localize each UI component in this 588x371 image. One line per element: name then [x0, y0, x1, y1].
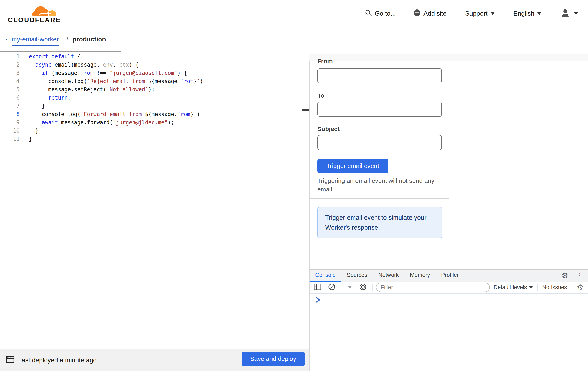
- indent-guide: [35, 110, 35, 118]
- add-site-button[interactable]: Add site: [414, 0, 447, 27]
- code-line-1[interactable]: 1export default {: [0, 52, 309, 61]
- code-line-4[interactable]: 4 console.log(`Reject email from ${messa…: [0, 77, 309, 85]
- indent-guide: [35, 93, 35, 102]
- search-icon: [365, 9, 372, 18]
- to-input[interactable]: [317, 102, 442, 117]
- go-to-search[interactable]: Go to...: [365, 0, 396, 27]
- toolbar-separator: [341, 284, 341, 291]
- line-number: 1: [0, 53, 20, 60]
- breadcrumb-divider: [0, 51, 121, 52]
- kebab-menu-icon[interactable]: ⋮: [577, 272, 583, 279]
- devtools-tab-network[interactable]: Network: [373, 270, 404, 282]
- simulate-info-text: Trigger email event to simulate your Wor…: [325, 213, 430, 233]
- trigger-helper-text: Triggering an email event will not send …: [317, 176, 447, 194]
- language-menu[interactable]: English: [513, 0, 541, 27]
- line-number: 7: [0, 103, 20, 109]
- indent-guide: [28, 69, 29, 77]
- indent-guide: [35, 118, 35, 126]
- top-navbar: CLOUDFLARE Go to... Add site Support Eng…: [0, 0, 588, 27]
- indent-guide: [28, 110, 29, 118]
- code-line-9[interactable]: 9 await message.forward("jurgen@jldec.me…: [0, 118, 309, 126]
- code-line-11[interactable]: 11}: [0, 135, 309, 143]
- worker-header: ← my-email-worker / production jldec.fun…: [0, 27, 588, 52]
- clear-console-icon[interactable]: [328, 283, 335, 291]
- live-expression-eye-icon[interactable]: [359, 283, 367, 291]
- browser-window-icon: [6, 356, 14, 365]
- breadcrumb-worker-link[interactable]: my-email-worker: [11, 36, 59, 46]
- indent-guide: [35, 69, 35, 77]
- indent-guide: [28, 118, 29, 126]
- devtools-tab-memory[interactable]: Memory: [404, 270, 436, 282]
- devtools-tab-console[interactable]: Console: [310, 270, 341, 282]
- editor-scrollbar[interactable]: [303, 53, 303, 349]
- line-number: 8: [0, 111, 20, 117]
- simulate-info-box: Trigger email event to simulate your Wor…: [317, 207, 442, 238]
- toolbar-separator: [372, 284, 373, 291]
- console-output[interactable]: [310, 293, 588, 371]
- code-text: if (message.from !== "jurgen@ciaosoft.co…: [20, 69, 187, 77]
- line-number: 11: [0, 136, 20, 142]
- devtools-tab-profiler[interactable]: Profiler: [436, 270, 464, 282]
- breadcrumb-separator: /: [66, 36, 68, 43]
- issues-counter[interactable]: No Issues: [542, 284, 567, 291]
- account-menu[interactable]: [561, 0, 578, 27]
- indent-guide: [35, 102, 35, 110]
- indent-guide: [28, 77, 29, 85]
- console-toolbar: Default levels No Issues ⚙: [310, 282, 588, 293]
- caret-down-icon[interactable]: [529, 286, 533, 289]
- support-menu[interactable]: Support: [465, 0, 495, 27]
- code-text: export default {: [20, 52, 80, 61]
- code-text: return;: [20, 93, 71, 102]
- code-text: message.setReject(`Not allowed`);: [20, 85, 155, 93]
- console-filter-input[interactable]: [376, 283, 490, 292]
- caret-down-icon: [574, 12, 578, 15]
- code-line-6[interactable]: 6 return;: [0, 93, 309, 102]
- caret-down-icon: [537, 12, 541, 15]
- code-line-3[interactable]: 3 if (message.from !== "jurgen@ciaosoft.…: [0, 69, 309, 77]
- caret-down-icon: [491, 12, 495, 15]
- context-selector-caret-icon[interactable]: [348, 286, 352, 289]
- code-line-8[interactable]: 8 console.log(`Forward email from ${mess…: [0, 110, 309, 118]
- code-text: }: [20, 102, 45, 110]
- indent-guide: [28, 85, 29, 93]
- code-line-5[interactable]: 5 message.setReject(`Not allowed`);: [0, 85, 309, 93]
- devtools-tabs: ConsoleSourcesNetworkMemoryProfiler: [310, 270, 464, 282]
- indent-guide: [28, 126, 29, 135]
- code-line-2[interactable]: 2 async email(message, env, ctx) {: [0, 61, 309, 69]
- indent-guide: [28, 102, 29, 110]
- code-editor[interactable]: 1export default {2 async email(message, …: [0, 52, 309, 349]
- console-sidebar-toggle-icon[interactable]: [314, 284, 321, 291]
- log-levels-dropdown[interactable]: Default levels: [494, 284, 527, 291]
- code-text: }: [20, 135, 32, 143]
- code-text: console.log(`Reject email from ${message…: [20, 77, 203, 85]
- indent-guide: [28, 61, 29, 69]
- line-number: 9: [0, 119, 20, 125]
- console-settings-gear-icon[interactable]: ⚙: [577, 284, 583, 291]
- code-line-10[interactable]: 10 }: [0, 126, 309, 135]
- code-line-7[interactable]: 7 }: [0, 102, 309, 110]
- cloudflare-logo[interactable]: CLOUDFLARE: [8, 2, 57, 25]
- indent-guide: [42, 77, 42, 85]
- code-text: console.log(`Forward email from ${messag…: [20, 110, 200, 118]
- devtools-tabbar: ConsoleSourcesNetworkMemoryProfiler ⚙ ⋮: [310, 270, 588, 282]
- code-text: await message.forward("jurgen@jldec.me")…: [20, 118, 174, 126]
- line-number: 2: [0, 62, 20, 68]
- indent-guide: [35, 85, 35, 93]
- trigger-email-event-button[interactable]: Trigger email event: [317, 159, 388, 173]
- subject-label: Subject: [317, 125, 340, 133]
- line-number: 10: [0, 128, 20, 134]
- from-input[interactable]: [317, 68, 442, 83]
- devtools-tab-sources[interactable]: Sources: [341, 270, 373, 282]
- line-number: 5: [0, 86, 20, 93]
- line-number: 6: [0, 95, 20, 101]
- indent-guide: [35, 77, 35, 85]
- form-divider: [310, 198, 449, 199]
- subject-input[interactable]: [317, 135, 442, 150]
- save-and-deploy-button[interactable]: Save and deploy: [242, 352, 305, 366]
- brand-wordmark: CLOUDFLARE: [8, 16, 61, 24]
- settings-gear-icon[interactable]: ⚙: [562, 272, 568, 279]
- to-label: To: [317, 92, 324, 99]
- back-arrow-icon[interactable]: ←: [4, 34, 12, 42]
- line-number: 3: [0, 70, 20, 76]
- console-prompt-chevron: [315, 297, 321, 304]
